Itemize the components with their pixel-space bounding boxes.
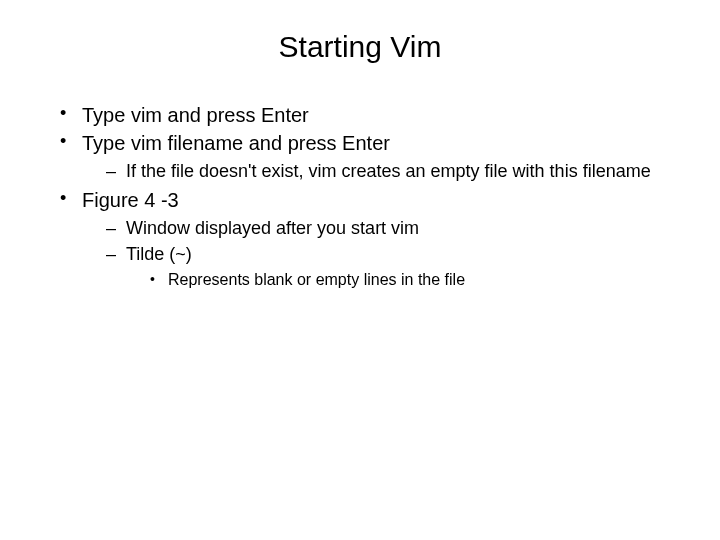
sub-bullet-text: Window displayed after you start vim <box>126 218 419 238</box>
bullet-text: Figure 4 -3 <box>82 189 179 211</box>
sub-bullet-text: Tilde (~) <box>126 244 192 264</box>
sub-sub-bullet-list: Represents blank or empty lines in the f… <box>126 270 690 291</box>
slide-title: Starting Vim <box>30 30 690 64</box>
sub-bullet-item: Tilde (~) Represents blank or empty line… <box>106 243 690 291</box>
bullet-text: Type vim filename and press Enter <box>82 132 390 154</box>
bullet-item: Type vim filename and press Enter If the… <box>60 130 690 183</box>
bullet-text: Type vim and press Enter <box>82 104 309 126</box>
sub-bullet-item: Window displayed after you start vim <box>106 217 690 240</box>
sub-bullet-list: If the file doesn't exist, vim creates a… <box>82 160 690 183</box>
sub-bullet-item: If the file doesn't exist, vim creates a… <box>106 160 690 183</box>
bullet-item: Type vim and press Enter <box>60 102 690 128</box>
slide-container: Starting Vim Type vim and press Enter Ty… <box>0 0 720 540</box>
bullet-item: Figure 4 -3 Window displayed after you s… <box>60 187 690 291</box>
sub-sub-bullet-text: Represents blank or empty lines in the f… <box>168 271 465 288</box>
sub-bullet-text: If the file doesn't exist, vim creates a… <box>126 161 651 181</box>
sub-bullet-list: Window displayed after you start vim Til… <box>82 217 690 291</box>
main-bullet-list: Type vim and press Enter Type vim filena… <box>30 102 690 291</box>
sub-sub-bullet-item: Represents blank or empty lines in the f… <box>150 270 690 291</box>
